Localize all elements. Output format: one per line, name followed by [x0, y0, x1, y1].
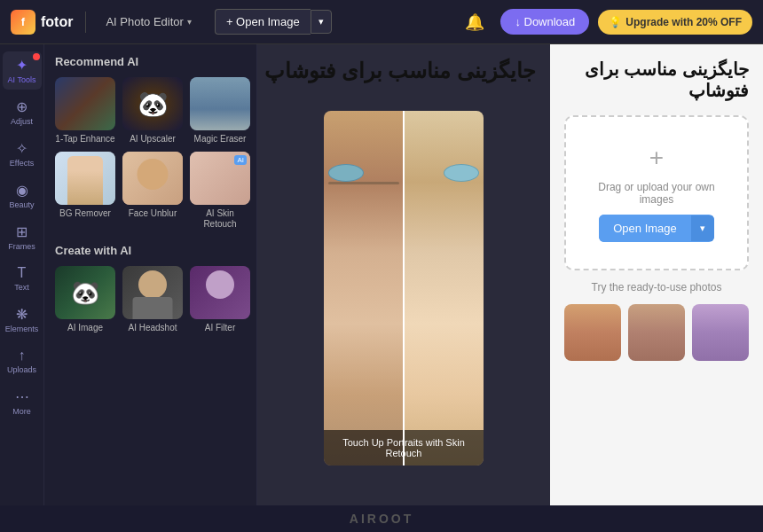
beauty-icon: ◉ [16, 182, 28, 199]
logo-area: f fotor [11, 10, 73, 35]
create-section-title: Create with AI [55, 244, 246, 257]
label-bg-remover: BG Remover [59, 208, 111, 219]
logo-text: fotor [41, 14, 73, 30]
sidebar-label-text: Text [14, 283, 29, 292]
header-divider [85, 12, 86, 33]
thumb-magic-eraser [190, 77, 250, 130]
watermark-text: AIROOT [350, 512, 413, 526]
thumb-ai-image: 🐼 [55, 266, 115, 319]
tool-ai-headshot[interactable]: AI Headshot [122, 266, 183, 333]
label-1tap-enhance: 1-Tap Enhance [55, 134, 114, 145]
label-ai-headshot: AI Headshot [128, 323, 177, 333]
sidebar-label-uploads: Uploads [7, 365, 36, 374]
ai-tools-icon: ✦ [16, 57, 28, 74]
thumb-ai-filter [190, 266, 250, 319]
upload-plus-icon: + [649, 144, 664, 172]
tools-panel: Recommend AI 1-Tap Enhance 🐼 AI Upscaler… [44, 44, 257, 532]
label-ai-upscaler: AI Upscaler [130, 134, 176, 145]
sidebar-item-beauty[interactable]: ◉ Beauty [3, 176, 42, 215]
sidebar-item-more[interactable]: ⋯ More [3, 383, 42, 421]
label-ai-image: AI Image [67, 323, 103, 333]
ready-photos-title: Try the ready-to-use photos [564, 281, 749, 293]
sidebar-label-adjust: Adjust [11, 117, 33, 126]
sidebar-label-effects: Effects [10, 159, 34, 168]
ai-photo-editor-menu[interactable]: AI Photo Editor ▾ [98, 12, 198, 32]
thumb-ai-upscaler: 🐼 [122, 77, 183, 130]
upload-zone[interactable]: + Drag or upload your own images Open Im… [564, 115, 749, 270]
thumb-1tap-enhance [55, 77, 115, 130]
header: f fotor AI Photo Editor ▾ + Open Image ▾… [0, 0, 763, 44]
sample-photos-row [564, 304, 749, 361]
sidebar-item-ai-tools[interactable]: ✦ AI Tools [3, 51, 42, 90]
sidebar-label-frames: Frames [8, 242, 35, 251]
open-image-button[interactable]: + Open Image [215, 9, 311, 35]
sidebar-item-elements[interactable]: ❋ Elements [3, 301, 42, 339]
right-panel: جایگزینی مناسب برای فتوشاپ + Drag or upl… [550, 44, 763, 532]
thumb-ai-headshot [122, 266, 183, 319]
sidebar-item-adjust[interactable]: ⊕ Adjust [3, 93, 42, 131]
panda-emoji: 🐼 [138, 90, 169, 119]
main-layout: ✦ AI Tools ⊕ Adjust ✧ Effects ◉ Beauty ⊞… [0, 44, 763, 532]
open-image-group: + Open Image ▾ [215, 9, 332, 35]
ai-tools-badge [33, 53, 40, 60]
lightbulb-icon: 💡 [609, 16, 622, 28]
upgrade-label: Upgrade with 20% OFF [625, 16, 742, 28]
tool-ai-image[interactable]: 🐼 AI Image [55, 266, 115, 333]
thumb-bg-remover [55, 152, 115, 205]
tool-ai-filter[interactable]: AI Filter [190, 266, 250, 333]
sidebar-item-uploads[interactable]: ↑ Uploads [3, 342, 42, 379]
tool-face-unblur[interactable]: Face Unblur [122, 152, 183, 230]
portrait-right-half [404, 111, 484, 466]
tool-bg-remover[interactable]: BG Remover [55, 152, 115, 230]
sidebar-item-wrapper-ai-tools: ✦ AI Tools [3, 51, 42, 90]
thumb-skin-retouch: AI [190, 152, 250, 205]
uploads-icon: ↑ [19, 348, 26, 364]
fotor-logo-icon: f [11, 10, 35, 35]
sidebar-label-ai-tools: AI Tools [8, 75, 36, 84]
persian-title: جایگزینی مناسب برای فتوشاپ [264, 59, 536, 83]
bell-icon[interactable]: 🔔 [458, 9, 492, 35]
tool-1tap-enhance[interactable]: 1-Tap Enhance [55, 77, 115, 145]
tool-skin-retouch[interactable]: AI AI Skin Retouch [190, 152, 250, 230]
sidebar-label-more: More [12, 407, 31, 416]
thumb-face-unblur [122, 152, 183, 205]
sample-photo-3[interactable] [692, 304, 749, 361]
label-magic-eraser: Magic Eraser [194, 134, 247, 145]
upload-open-image-button[interactable]: Open Image ▾ [599, 215, 714, 242]
more-icon: ⋯ [15, 388, 29, 405]
upload-open-main-label: Open Image [599, 215, 691, 242]
bottom-bar: AIROOT [0, 505, 763, 532]
sidebar-item-effects[interactable]: ✧ Effects [3, 135, 42, 173]
portrait-image: Touch Up Portraits with Skin Retouch [324, 111, 484, 466]
skin-retouch-badge: AI [234, 155, 247, 165]
sidebar-item-text[interactable]: T Text [3, 260, 42, 297]
canvas-area: جایگزینی مناسب برای فتوشاپ Touch Up Port… [257, 44, 550, 532]
portrait-left-half [324, 111, 404, 466]
tool-ai-upscaler[interactable]: 🐼 AI Upscaler [122, 77, 183, 145]
chevron-down-icon: ▾ [187, 17, 192, 27]
sidebar-label-beauty: Beauty [9, 200, 34, 209]
text-icon: T [18, 265, 27, 281]
upgrade-button[interactable]: 💡 Upgrade with 20% OFF [598, 10, 752, 35]
left-sidebar: ✦ AI Tools ⊕ Adjust ✧ Effects ◉ Beauty ⊞… [0, 44, 44, 532]
upload-open-arrow-icon[interactable]: ▾ [691, 215, 714, 241]
tool-magic-eraser[interactable]: Magic Eraser [190, 77, 250, 145]
download-button[interactable]: ↓ Download [500, 9, 589, 35]
sample-photo-1[interactable] [564, 304, 621, 361]
label-skin-retouch: AI Skin Retouch [190, 208, 250, 230]
adjust-icon: ⊕ [16, 98, 28, 115]
effects-icon: ✧ [16, 140, 28, 157]
frames-icon: ⊞ [16, 223, 28, 240]
sample-photo-2[interactable] [628, 304, 685, 361]
label-ai-filter: AI Filter [205, 323, 235, 333]
create-tools-grid: 🐼 AI Image AI Headshot [55, 266, 246, 333]
open-image-dropdown-button[interactable]: ▾ [311, 10, 332, 34]
portrait-divider [403, 111, 405, 466]
sidebar-item-frames[interactable]: ⊞ Frames [3, 218, 42, 256]
right-panel-persian-title: جایگزینی مناسب برای فتوشاپ [564, 59, 749, 101]
recommend-section-title: Recommend AI [55, 55, 246, 68]
ai-photo-editor-label: AI Photo Editor [106, 15, 183, 28]
sidebar-label-elements: Elements [5, 325, 39, 333]
elements-icon: ❋ [16, 306, 28, 323]
label-face-unblur: Face Unblur [129, 208, 177, 219]
